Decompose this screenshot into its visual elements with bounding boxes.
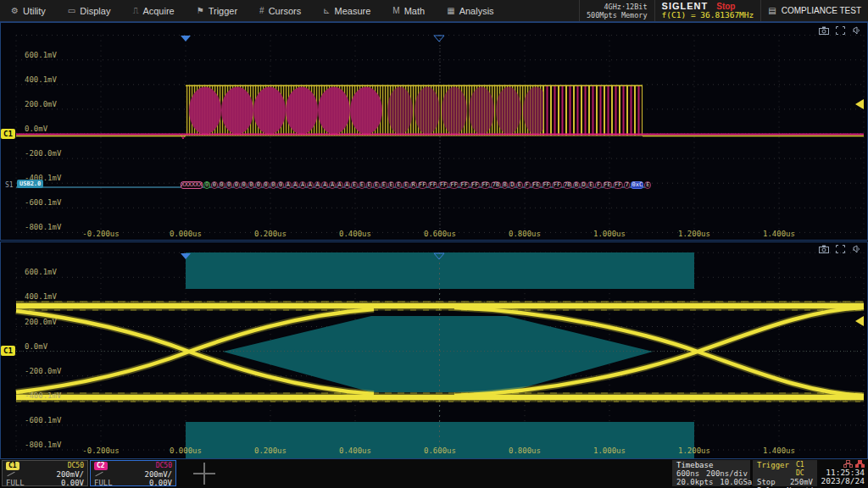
- c1-badge[interactable]: C1: [1, 129, 15, 139]
- eye-diagram-panel[interactable]: 600.1mV400.1mV200.0mV0.0mV-200.0mV-400.1…: [0, 241, 868, 459]
- trigger-position-marker: [181, 36, 191, 42]
- waveform-plot: [1, 23, 868, 240]
- menu-item-acquire[interactable]: ⎍Acquire: [121, 0, 185, 21]
- decode-token: FF: [542, 181, 551, 189]
- x-axis-tick-label: -0.200us: [82, 230, 119, 238]
- channel-box-c1[interactable]: C1 DC50 200mV/ FULL 0.00V: [2, 460, 88, 486]
- decode-token: E: [388, 181, 395, 189]
- y-axis-tick-label: 600.1mV: [25, 268, 57, 276]
- c2-coupling: DC50: [156, 462, 172, 470]
- expand-icon[interactable]: [836, 245, 845, 253]
- monitor-icon: ▭: [68, 6, 75, 15]
- c2-badge: C2: [94, 462, 108, 470]
- trigger-level-marker: [855, 99, 864, 109]
- decode-token: E: [381, 181, 387, 189]
- y-axis-tick-label: -200.0mV: [25, 367, 61, 375]
- channel-box-c2[interactable]: C2 DC50 200mV/ FULL 0.00V: [90, 460, 176, 486]
- x-axis-tick-label: 0.600us: [424, 230, 456, 238]
- decode-token: 0: [277, 181, 284, 189]
- expand-icon[interactable]: [836, 26, 845, 35]
- panel-toolbar: [819, 26, 860, 35]
- timebase-box[interactable]: Timebase 600ns 200ns/div 20.0kpts 10.0GS…: [672, 460, 750, 486]
- decode-token: A: [329, 181, 336, 189]
- add-channel-button[interactable]: [193, 463, 215, 485]
- c2-bandwidth: FULL: [94, 479, 113, 487]
- probe-icon: [94, 471, 104, 478]
- decode-token: E: [516, 181, 523, 189]
- spec-line1: 4GHz·12Bit: [604, 3, 647, 11]
- menu-item-label: Acquire: [142, 6, 174, 16]
- menu-items: ⚙Utility▭Display⎍Acquire⚑Trigger#Cursors…: [0, 0, 505, 21]
- decode-token: FF: [481, 181, 490, 189]
- c1-scale: 200mV/: [56, 470, 84, 479]
- menubar-right: 4GHz·12Bit 500Mpts Memory SIGLENT Stop f…: [579, 0, 868, 21]
- decode-token: A: [292, 181, 299, 189]
- decode-token: 7B: [491, 181, 500, 189]
- waveform-panel[interactable]: 600.1mV400.1mV200.0mV0.0mV-200.0mV-400.1…: [0, 22, 868, 241]
- trigger-source: C1 DC: [796, 461, 813, 478]
- trigger-box[interactable]: Trigger C1 DC Stop 250mV Pulse Negative: [753, 460, 817, 486]
- bell-icon[interactable]: [852, 245, 860, 253]
- camera-icon[interactable]: [819, 245, 829, 253]
- decode-token: FE: [603, 181, 612, 189]
- decode-token: E: [395, 181, 402, 189]
- usb-burst: [186, 86, 643, 136]
- bell-icon[interactable]: [852, 26, 860, 35]
- delay-reference-marker: [434, 36, 444, 42]
- menu-item-label: Utility: [23, 6, 46, 16]
- decode-token: 0: [233, 181, 240, 189]
- decode-token: A: [285, 181, 292, 189]
- menu-item-utility[interactable]: ⚙Utility: [0, 0, 57, 21]
- y-axis-tick-label: 400.1mV: [25, 292, 57, 301]
- compliance-test-button[interactable]: ▤ COMPLIANCE TEST: [760, 0, 868, 21]
- measurement-readout: f(C1) = 36.81367MHz: [662, 11, 754, 19]
- y-axis-tick-label: 200.0mV: [25, 318, 57, 326]
- y-axis-tick-label: -600.1mV: [25, 416, 61, 424]
- y-axis-tick-label: 0.0mV: [25, 125, 47, 133]
- datetime-box[interactable]: 11:25:34 2023/8/24: [815, 460, 866, 486]
- x-axis-tick-label: 1.200us: [678, 230, 710, 238]
- decode-token: XXXXXX: [181, 181, 203, 189]
- lan-icon: [843, 460, 853, 468]
- menu-item-math[interactable]: MMath: [381, 0, 436, 21]
- decode-token: FF: [613, 181, 622, 189]
- decode-token: D: [581, 181, 587, 189]
- y-axis-tick-label: 0.0mV: [25, 342, 47, 351]
- decode-token: E: [644, 181, 651, 189]
- decode-token: 7B: [563, 181, 572, 189]
- x-axis-tick-label: -0.200us: [82, 446, 119, 455]
- c1-badge[interactable]: C1: [1, 346, 15, 356]
- eye-diagram-plot: [1, 242, 868, 458]
- y-axis-tick-label: 200.0mV: [25, 100, 57, 108]
- x-axis-tick-label: 0.200us: [254, 230, 287, 238]
- network-status-icons: [843, 460, 865, 468]
- x-axis-tick-label: 0.600us: [424, 446, 456, 455]
- decode-token: D: [509, 181, 515, 189]
- x-axis-tick-label: 1.000us: [593, 446, 626, 455]
- status-bar: C1 DC50 200mV/ FULL 0.00V C2 DC50 200mV/: [0, 459, 868, 488]
- measure-icon: ⊾: [323, 6, 330, 15]
- bus-id-label: S1: [5, 181, 14, 189]
- menu-item-label: Cursors: [269, 6, 302, 16]
- x-axis-tick-label: 0.400us: [339, 446, 371, 455]
- decode-token: FF: [552, 181, 561, 189]
- menu-item-display[interactable]: ▭Display: [57, 0, 122, 21]
- trigger-level-marker: [855, 316, 864, 326]
- brand-logo: SIGLENT: [662, 2, 709, 10]
- decode-token: A: [307, 181, 314, 189]
- bus-protocol-badge[interactable]: USB2.0: [17, 180, 43, 188]
- menu-item-cursors[interactable]: #Cursors: [248, 0, 312, 21]
- menu-item-trigger[interactable]: ⚑Trigger: [186, 0, 248, 21]
- trigger-status: Stop: [757, 478, 776, 486]
- menu-item-analysis[interactable]: ▦Analysis: [436, 0, 504, 21]
- decode-token: E: [351, 181, 358, 189]
- trigger-title: Trigger: [757, 461, 789, 478]
- x-axis-tick-label: 1.400us: [763, 230, 795, 238]
- decode-token-row: XXXXXX00000000000AAAAAAAAAEEEEEEEERFFFFF…: [181, 181, 652, 189]
- decode-token: B: [573, 181, 580, 189]
- c1-offset: 0.00V: [61, 479, 84, 487]
- decode-token: FF: [470, 181, 480, 189]
- camera-icon[interactable]: [819, 26, 829, 35]
- menu-item-measure[interactable]: ⊾Measure: [312, 0, 381, 21]
- decode-token: FF: [438, 181, 448, 189]
